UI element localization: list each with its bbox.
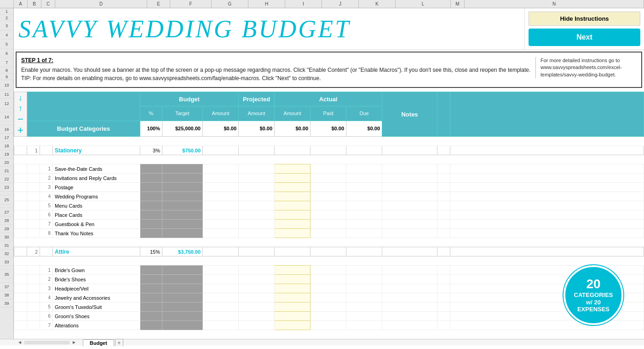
row-39: 39 — [0, 299, 13, 308]
item-num: 7 — [40, 220, 53, 229]
hide-instructions-button[interactable]: Hide Instructions — [529, 12, 640, 26]
total-actual-amount: $0.00 — [275, 121, 310, 136]
row-28: 28 — [0, 216, 13, 225]
item-row: 2 Bride's Shoes — [14, 275, 644, 284]
item-num: 8 — [40, 229, 53, 238]
horizontal-scroll-track[interactable] — [24, 341, 70, 344]
category-row-attire: 2 Attire 15% $3,750.00 — [14, 247, 644, 256]
down-arrow-icon[interactable]: ↓ — [18, 93, 23, 103]
total-projected: $0.00 — [239, 121, 275, 136]
item-name: Wedding Programs — [53, 192, 140, 201]
badge-line1: CATEGORIES — [574, 291, 613, 299]
item-num: 4 — [40, 293, 53, 302]
item-num: 1 — [40, 266, 53, 275]
row-5: 5 — [0, 40, 13, 49]
next-button[interactable]: Next — [529, 29, 640, 46]
row-7: 7 — [0, 58, 13, 67]
projected-group-header: Projected — [239, 92, 275, 106]
add-tab-button[interactable]: + — [115, 339, 123, 346]
row-29: 29 — [0, 225, 13, 233]
item-num: 6 — [40, 312, 53, 321]
row-17: 17 — [0, 134, 13, 142]
budget-categories-header-empty — [27, 92, 140, 121]
col-header-l: L — [396, 0, 451, 8]
budget-amount-subheader: Amount — [203, 106, 239, 121]
row-9: 9 — [0, 74, 13, 80]
item-name: Save-the-Date Cards — [53, 164, 140, 174]
row-8: 8 — [0, 67, 13, 74]
due-subheader: Due — [346, 106, 382, 121]
row-19: 19 — [0, 150, 13, 158]
item-name: Place Cards — [53, 210, 140, 220]
row-num-header — [0, 0, 14, 8]
cat1-paid — [310, 146, 346, 155]
cat2-num: 2 — [27, 247, 40, 256]
item-name: Invitations and Reply Cards — [53, 174, 140, 183]
minus-icon[interactable]: − — [17, 114, 23, 124]
item-num: 2 — [40, 275, 53, 284]
tab-budget[interactable]: Budget — [83, 339, 114, 346]
col-header-e: E — [147, 0, 170, 8]
col-header-g: G — [212, 0, 248, 8]
up-arrow-icon[interactable]: ↑ — [18, 104, 23, 113]
item-row: 7 Alterations — [14, 321, 644, 330]
item-name: Guestbook & Pen — [53, 220, 140, 229]
title-area: SAVVY WEDDING BUDGET — [14, 12, 524, 46]
row-3: 3 — [0, 21, 13, 30]
cat1-amount — [203, 146, 239, 155]
row-2: 2 — [0, 15, 13, 21]
item-row: 3 Postage — [14, 183, 644, 192]
pct-subheader: % — [140, 106, 162, 121]
target-subheader: Target — [162, 106, 203, 121]
badge-line2: w/ 20 — [586, 299, 601, 306]
category-row-stationery: 1 Stationery 3% $750.00 — [14, 146, 644, 155]
item-num: 4 — [40, 192, 53, 201]
row-20: 20 — [0, 158, 13, 167]
scroll-left-arrow[interactable]: ◀ — [17, 339, 23, 346]
item-num: 7 — [40, 321, 53, 330]
col-header-c: C — [41, 0, 55, 8]
notes-group-header: Notes — [382, 92, 437, 137]
item-row: 1 Bride's Gown — [14, 266, 644, 275]
item-num: 2 — [40, 174, 53, 183]
row-32: 32 — [0, 250, 13, 258]
item-row: 5 Menu Cards — [14, 201, 644, 210]
col-header-m: M — [451, 0, 465, 8]
col-header-i: I — [285, 0, 322, 8]
total-target: $25,000.00 — [162, 121, 203, 136]
item-row: 7 Guestbook & Pen — [14, 220, 644, 229]
budget-categories-label: Budget Categories — [27, 121, 140, 136]
actual-amount-subheader: Amount — [275, 106, 310, 121]
col-header-f: F — [170, 0, 212, 8]
item-name: Groom's Tuxedo/Suit — [53, 302, 140, 312]
item-num: 3 — [40, 284, 53, 293]
item-name: Thank You Notes — [53, 229, 140, 238]
badge-line3: EXPENSES — [577, 306, 610, 313]
col-header-a: A — [14, 0, 28, 8]
instructions-side: For more detailed instructions go to www… — [535, 57, 637, 78]
col-header-k: K — [359, 0, 396, 8]
col-header-n: N — [465, 0, 644, 8]
item-row: 4 Jewelry and Accessories — [14, 293, 644, 302]
instructions-body: Enable your macros. You should see a ban… — [21, 66, 531, 82]
item-row: 5 Groom's Tuxedo/Suit — [14, 302, 644, 312]
col-header-b: B — [28, 0, 41, 8]
item-name: Headpiece/Veil — [53, 284, 140, 293]
paid-subheader: Paid — [310, 106, 346, 121]
item-name: Postage — [53, 183, 140, 192]
total-due: $0.00 — [346, 121, 382, 136]
plus-icon[interactable]: + — [17, 125, 23, 135]
row-36 — [0, 279, 13, 283]
item-num: 5 — [40, 201, 53, 210]
col-header-h: H — [248, 0, 285, 8]
item-row: 1 Save-the-Date Cards — [14, 164, 644, 174]
row-10: 10 — [0, 80, 13, 90]
step-title: STEP 1 of 7: — [21, 57, 531, 64]
row-18: 18 — [0, 142, 13, 150]
row-33: 33 — [0, 258, 13, 266]
row-38: 38 — [0, 291, 13, 299]
instructions-panel: STEP 1 of 7: Enable your macros. You sho… — [21, 57, 531, 82]
scroll-right-arrow[interactable]: ▶ — [71, 339, 77, 346]
row-1: 1 — [0, 8, 13, 15]
row-21: 21 — [0, 167, 13, 175]
